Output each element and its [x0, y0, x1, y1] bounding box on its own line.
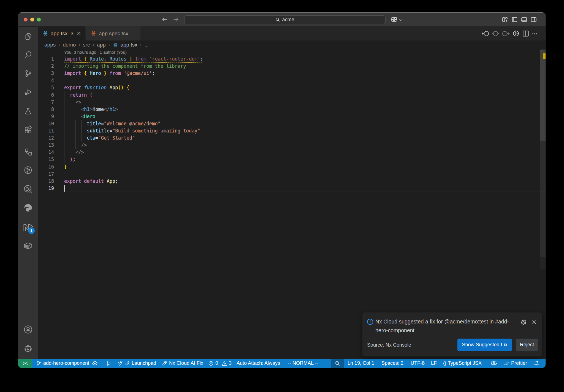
source-control-icon[interactable] [23, 69, 33, 78]
settings-gear-icon[interactable] [23, 344, 33, 354]
line-number: 18 [38, 178, 54, 185]
tab-app-tsx[interactable]: app.tsx 3 [38, 26, 85, 40]
launchpad-status[interactable]: Launchpad [117, 359, 156, 368]
eol-status[interactable]: LF [431, 359, 437, 368]
problems-status[interactable]: 0 3 [208, 359, 232, 368]
encoding-label: UTF-8 [411, 360, 425, 366]
bell-dot-icon [534, 360, 539, 366]
notifications-status[interactable] [534, 359, 539, 368]
copilot-status[interactable] [491, 359, 497, 368]
split-editor-icon[interactable] [522, 30, 529, 37]
containers-icon[interactable] [23, 241, 33, 251]
code-line: 11 subtitle="Build something amazing tod… [38, 127, 546, 134]
line-number: 12 [38, 134, 54, 141]
search-sidebar-icon[interactable] [23, 50, 33, 60]
error-count: 0 [215, 360, 218, 366]
remote-indicator[interactable] [18, 359, 32, 368]
code-line: 5export function App() { [38, 84, 546, 91]
line-number: 13 [38, 141, 54, 149]
react-icon [43, 31, 48, 36]
gitlens-inspect-icon[interactable] [23, 184, 33, 194]
previous-change-icon[interactable] [482, 30, 489, 37]
nx-icon[interactable]: 1 [23, 222, 33, 232]
scrollbar-track-lower[interactable] [540, 141, 546, 257]
edge-browser-icon[interactable] [23, 203, 33, 213]
code-line: 2// importing the component from the lib… [38, 62, 546, 70]
auto-attach-status[interactable]: Auto Attach: Always [237, 359, 280, 368]
nx-cloud-fix-status[interactable]: Nx Cloud AI Fix [162, 359, 203, 368]
close-tab-icon[interactable] [77, 31, 81, 36]
more-actions-icon[interactable] [532, 31, 538, 37]
show-suggested-fix-button[interactable]: Show Suggested Fix [457, 339, 512, 351]
navigate-forward-icon[interactable] [173, 16, 180, 23]
next-change-icon[interactable] [502, 30, 509, 37]
cloud-upload-icon [92, 360, 98, 366]
chevron-right-icon: › [92, 42, 95, 48]
command-center-search[interactable]: acme [184, 15, 386, 24]
rocket-icon [117, 360, 123, 366]
notification-actions [520, 319, 537, 325]
line-number: 11 [38, 127, 54, 134]
indentation-status[interactable]: Spaces: 2 [381, 359, 403, 368]
explorer-icon[interactable] [23, 31, 33, 41]
notification-settings-gear-icon[interactable] [520, 319, 527, 325]
line-number: 17 [38, 170, 54, 178]
warning-icon [221, 361, 227, 366]
toggle-panel-icon[interactable] [521, 17, 527, 23]
commit-graph-status[interactable] [106, 359, 111, 368]
graph-icon [106, 361, 111, 366]
line-number: 10 [38, 120, 54, 127]
scrollbar-slider[interactable] [540, 50, 546, 141]
search-icon [275, 17, 280, 22]
zoom-status[interactable] [331, 359, 344, 368]
react-icon [113, 43, 118, 47]
account-icon[interactable] [23, 325, 33, 334]
commit-graph-icon[interactable] [512, 30, 520, 37]
cursor-position-status[interactable]: Ln 19, Col 1 [348, 359, 374, 368]
wrench-icon [162, 361, 167, 366]
code-line: 15 ); [38, 156, 546, 163]
extensions-icon[interactable] [23, 125, 33, 135]
code-line: 7 <> [38, 99, 546, 106]
vim-mode-status[interactable]: -- NORMAL -- [288, 359, 318, 368]
close-window-button[interactable] [24, 18, 28, 21]
reject-button[interactable]: Reject [516, 339, 538, 351]
code-line: 19 [38, 185, 546, 192]
formatter-status[interactable]: Prettier [503, 359, 527, 368]
nx-console-icon[interactable] [23, 147, 33, 157]
title-bar: acme [18, 12, 546, 26]
encoding-status[interactable]: UTF-8 [411, 359, 425, 368]
line-number: 2 [38, 62, 54, 70]
warning-count: 3 [229, 360, 232, 366]
code-line: 1import { Route, Routes } from 'react-ro… [38, 55, 546, 62]
customize-layout-icon[interactable] [502, 17, 508, 23]
minimize-window-button[interactable] [30, 18, 34, 21]
copilot-icon [491, 360, 497, 366]
breadcrumb-file[interactable]: app.tsx [120, 42, 137, 48]
breadcrumb-item[interactable]: apps [44, 42, 56, 48]
info-icon [367, 318, 373, 325]
maximize-window-button[interactable] [37, 18, 41, 21]
git-blame-annotation[interactable]: You, 3 hours ago | 1 author (You) [64, 49, 127, 55]
git-branch-status[interactable]: add-hero-component [36, 359, 98, 368]
breadcrumb-item[interactable]: app [97, 42, 106, 48]
vscode-window: acme [18, 12, 546, 368]
current-line-border [64, 185, 546, 185]
toggle-secondary-sidebar-icon[interactable] [531, 17, 537, 23]
tab-app-spec-tsx[interactable]: app.spec.tsx [86, 26, 140, 40]
breadcrumb-item[interactable]: demo [63, 42, 76, 48]
gitlens-icon[interactable] [23, 165, 33, 175]
language-mode-status[interactable]: {} TypeScript JSX [443, 359, 482, 368]
breadcrumb-tail[interactable]: ... [144, 42, 149, 48]
current-change-icon[interactable] [492, 30, 499, 37]
tab-label: app.spec.tsx [99, 31, 128, 37]
breadcrumb-item[interactable]: src [83, 42, 90, 48]
copilot-menu[interactable] [391, 16, 403, 23]
navigate-back-icon[interactable] [161, 16, 168, 23]
code-line: 6 return ( [38, 91, 546, 99]
code-line: 3import { Hero } from '@acme/ui'; [38, 70, 546, 77]
toggle-primary-sidebar-icon[interactable] [511, 17, 517, 23]
run-debug-icon[interactable] [23, 87, 33, 97]
testing-icon[interactable] [23, 106, 33, 116]
notification-close-icon[interactable] [531, 319, 537, 325]
